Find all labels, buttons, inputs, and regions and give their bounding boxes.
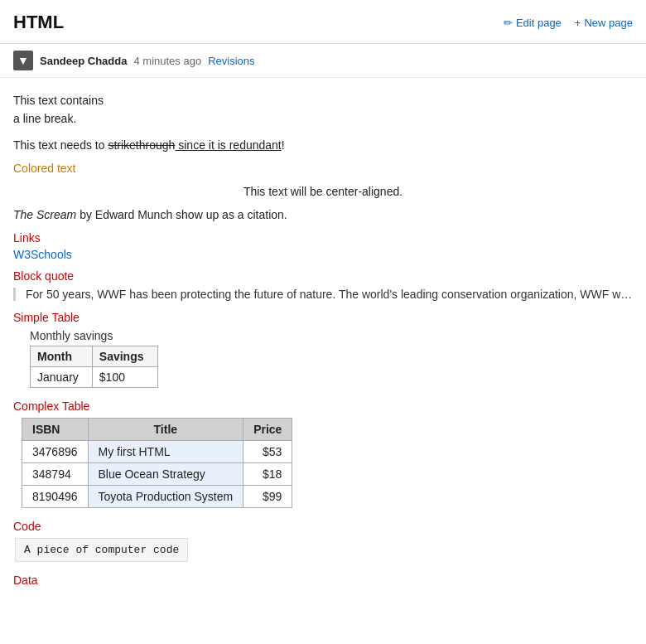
new-page-button[interactable]: + New page	[575, 17, 633, 29]
line-break-block: This text contains a line break.	[13, 91, 633, 128]
code-text: A piece of computer code	[15, 538, 188, 562]
complex-table-cell-isbn-3: 8190496	[22, 485, 89, 507]
simple-table-label: Simple Table	[13, 311, 633, 324]
table-row: 8190496 Toyota Production System $99	[22, 485, 292, 507]
citation-rest: by Edward Munch show up as a citation.	[76, 208, 287, 221]
blockquote-block: For 50 years, WWF has been protecting th…	[13, 288, 633, 301]
complex-table-cell-title-3: Toyota Production System	[88, 485, 243, 507]
simple-table: Month Savings January $100	[30, 346, 158, 388]
citation-italic: The Scream	[13, 208, 76, 221]
data-label: Data	[13, 574, 633, 587]
plus-icon: +	[575, 17, 581, 29]
underline-suffix: since it is redundant	[175, 138, 281, 152]
simple-table-cell-savings: $100	[92, 366, 157, 387]
complex-table-cell-isbn-1: 3476896	[22, 440, 89, 462]
strikethrough-block: This text needs to strikethrough since i…	[13, 138, 633, 152]
table-row: January $100	[31, 366, 158, 387]
table-row: 348794 Blue Ocean Strategy $18	[22, 462, 292, 485]
edit-icon: ✏	[504, 17, 513, 29]
complex-table-header-isbn: ISBN	[22, 418, 89, 440]
simple-table-header-savings: Savings	[92, 346, 157, 366]
centered-text-block: This text will be center-aligned.	[13, 185, 633, 198]
complex-table-cell-title-2: Blue Ocean Strategy	[88, 462, 243, 485]
code-block: A piece of computer code	[13, 538, 633, 562]
edit-page-button[interactable]: ✏ Edit page	[504, 17, 562, 29]
complex-table-cell-isbn-2: 348794	[22, 462, 89, 485]
blockquote-label: Block quote	[13, 269, 633, 283]
citation-block: The Scream by Edward Munch show up as a …	[13, 208, 633, 221]
links-label: Links	[13, 231, 633, 245]
page-content: This text contains a line break. This te…	[0, 78, 646, 600]
page-title: HTML	[13, 12, 64, 33]
complex-table-cell-title-1: My first HTML	[88, 440, 243, 462]
table-caption: Monthly savings	[30, 329, 633, 342]
page-header: HTML ✏ Edit page + New page	[0, 0, 646, 44]
revisions-link[interactable]: Revisions	[208, 55, 254, 67]
author-name: Sandeep Chadda	[40, 55, 127, 67]
complex-table-header-price: Price	[243, 418, 292, 440]
author-time: 4 minutes ago	[133, 55, 201, 67]
author-bar: ▼ Sandeep Chadda 4 minutes ago Revisions	[0, 44, 646, 78]
strikethrough-word: strikethrough	[108, 138, 175, 152]
w3schools-link[interactable]: W3Schools	[13, 248, 633, 261]
avatar-icon: ▼	[17, 54, 29, 67]
complex-table: ISBN Title Price 3476896 My first HTML $…	[22, 418, 292, 508]
complex-table-label: Complex Table	[13, 399, 633, 413]
header-actions: ✏ Edit page + New page	[504, 17, 633, 29]
simple-table-header-month: Month	[31, 346, 93, 366]
blockquote-text: For 50 years, WWF has been protecting th…	[26, 288, 633, 301]
avatar: ▼	[13, 51, 33, 70]
complex-table-cell-price-3: $99	[243, 485, 292, 507]
code-label: Code	[13, 520, 633, 533]
table-row: 3476896 My first HTML $53	[22, 440, 292, 462]
complex-table-header-title: Title	[88, 418, 243, 440]
complex-table-cell-price-2: $18	[243, 462, 292, 485]
complex-table-cell-price-1: $53	[243, 440, 292, 462]
colored-text-block: Colored text	[13, 162, 633, 175]
simple-table-cell-month: January	[31, 366, 93, 387]
